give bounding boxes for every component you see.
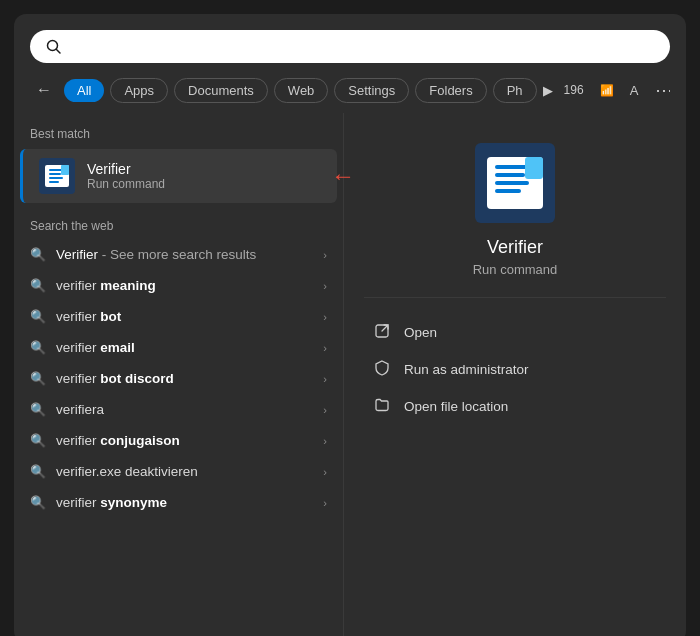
open-file-location-icon (372, 397, 392, 416)
result-text-0: Verifier - See more search results (56, 247, 313, 262)
svg-line-1 (57, 49, 61, 53)
action-run-admin-label: Run as administrator (404, 362, 529, 377)
red-arrow: ← (331, 162, 355, 190)
chevron-6: › (323, 435, 327, 447)
web-result-6[interactable]: 🔍 verifier conjugaison › (14, 425, 343, 456)
result-text-8: verifier synonyme (56, 495, 313, 510)
search-icon-4: 🔍 (30, 371, 46, 386)
chevron-8: › (323, 497, 327, 509)
filter-ph[interactable]: Ph (493, 78, 537, 103)
chevron-0: › (323, 249, 327, 261)
search-icon-7: 🔍 (30, 464, 46, 479)
status-count: 196 (559, 80, 589, 100)
chevron-7: › (323, 466, 327, 478)
action-open-file-location[interactable]: Open file location (364, 388, 666, 425)
letter-a: A (625, 80, 644, 101)
search-icon-5: 🔍 (30, 402, 46, 417)
best-match-item[interactable]: Verifier Run command ← (20, 149, 337, 203)
action-list: Open Run as administrator Open file loca… (364, 314, 666, 425)
app-type: Run command (473, 262, 558, 277)
web-result-7[interactable]: 🔍 verifier.exe deaktivieren › (14, 456, 343, 487)
play-icon[interactable]: ▶ (543, 79, 553, 101)
svg-rect-12 (495, 173, 525, 177)
svg-rect-15 (525, 157, 543, 179)
result-text-3: verifier email (56, 340, 313, 355)
svg-rect-8 (61, 165, 69, 175)
result-text-5: verifiera (56, 402, 313, 417)
main-area: Best match Verifier Run command ← (14, 113, 686, 636)
result-text-6: verifier conjugaison (56, 433, 313, 448)
best-match-text: Verifier Run command (87, 161, 165, 191)
chevron-5: › (323, 404, 327, 416)
svg-line-17 (382, 325, 388, 331)
run-as-admin-icon (372, 360, 392, 379)
web-section-label: Search the web (14, 215, 343, 239)
app-name: Verifier (487, 237, 543, 258)
right-panel: Verifier Run command Open (344, 113, 686, 636)
back-button[interactable]: ← (30, 79, 58, 101)
action-open[interactable]: Open (364, 314, 666, 351)
result-text-2: verifier bot (56, 309, 313, 324)
action-run-as-admin[interactable]: Run as administrator (364, 351, 666, 388)
chevron-1: › (323, 280, 327, 292)
web-result-5[interactable]: 🔍 verifiera › (14, 394, 343, 425)
chevron-2: › (323, 311, 327, 323)
web-result-4[interactable]: 🔍 verifier bot discord › (14, 363, 343, 394)
best-match-icon (39, 158, 75, 194)
result-text-4: verifier bot discord (56, 371, 313, 386)
filter-settings[interactable]: Settings (334, 78, 409, 103)
web-result-1[interactable]: 🔍 verifier meaning › (14, 270, 343, 301)
svg-rect-13 (495, 181, 529, 185)
best-match-label: Best match (14, 127, 343, 149)
web-result-3[interactable]: 🔍 verifier email › (14, 332, 343, 363)
result-text-1: verifier meaning (56, 278, 313, 293)
action-open-label: Open (404, 325, 437, 340)
svg-rect-6 (49, 177, 63, 179)
search-icon-0: 🔍 (30, 247, 46, 262)
filter-web[interactable]: Web (274, 78, 329, 103)
app-icon-large (475, 143, 555, 223)
search-icon-3: 🔍 (30, 340, 46, 355)
filter-apps[interactable]: Apps (110, 78, 168, 103)
open-icon (372, 323, 392, 342)
result-text-7: verifier.exe deaktivieren (56, 464, 313, 479)
filter-documents[interactable]: Documents (174, 78, 268, 103)
search-icon (46, 39, 62, 55)
search-icon-1: 🔍 (30, 278, 46, 293)
best-match-subtitle: Run command (87, 177, 165, 191)
search-bar: Verifier (30, 30, 670, 63)
search-icon-6: 🔍 (30, 433, 46, 448)
web-result-8[interactable]: 🔍 verifier synonyme › (14, 487, 343, 518)
svg-rect-7 (49, 181, 59, 183)
search-icon-8: 🔍 (30, 495, 46, 510)
svg-rect-14 (495, 189, 521, 193)
web-result-0[interactable]: 🔍 Verifier - See more search results › (14, 239, 343, 270)
web-result-2[interactable]: 🔍 verifier bot › (14, 301, 343, 332)
chevron-4: › (323, 373, 327, 385)
filter-folders[interactable]: Folders (415, 78, 486, 103)
filter-all[interactable]: All (64, 79, 104, 102)
action-file-location-label: Open file location (404, 399, 508, 414)
chevron-3: › (323, 342, 327, 354)
search-container: Verifier ← All Apps Documents Web Settin… (14, 14, 686, 113)
more-options-button[interactable]: ⋯ (649, 77, 670, 103)
signal-icon: 📶 (595, 81, 619, 100)
search-icon-2: 🔍 (30, 309, 46, 324)
search-input[interactable]: Verifier (72, 38, 654, 55)
left-panel: Best match Verifier Run command ← (14, 113, 344, 636)
svg-rect-5 (49, 173, 61, 175)
right-divider (364, 297, 666, 298)
filter-bar: ← All Apps Documents Web Settings Folder… (30, 77, 670, 113)
best-match-title: Verifier (87, 161, 165, 177)
